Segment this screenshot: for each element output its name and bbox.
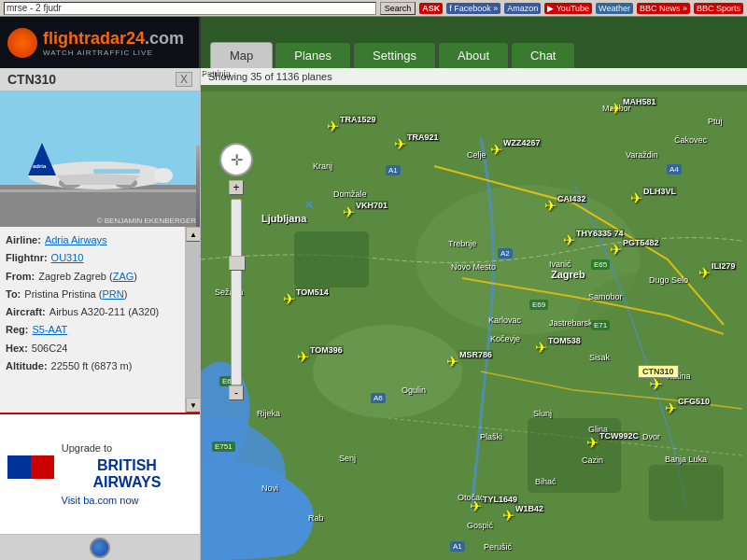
from-code[interactable]: ZAG [113, 271, 134, 282]
ad-area[interactable]: Upgrade to BRITISH AIRWAYS Visit ba.com … [0, 413, 200, 534]
to-label: To: [6, 286, 21, 303]
to-code[interactable]: PRN [102, 288, 123, 300]
plane-tyl1649[interactable]: ✈ [470, 497, 482, 515]
close-button[interactable]: X [176, 72, 192, 87]
plane-tra921[interactable]: ✈ [394, 135, 406, 153]
plane-tra1529[interactable]: ✈ [327, 118, 339, 135]
youtube-link[interactable]: ▶ YouTube [544, 3, 592, 14]
zoom-control: + - [231, 195, 242, 385]
logo-area: flightradar24.com WATCH AIRTRAFFIC LIVE [0, 17, 201, 68]
plane-tom538[interactable]: ✈ [535, 339, 547, 357]
amazon-link[interactable]: Amazon [504, 3, 541, 14]
plane-wzz4267[interactable]: ✈ [490, 141, 502, 159]
flight-header: CTN310 X [0, 68, 200, 91]
altitude-row: Altitude: 22550 ft (6873 m) [6, 357, 179, 375]
plane-tom396[interactable]: ✈ [297, 348, 309, 366]
city-label-samobor: Samobor [588, 292, 623, 301]
label-tra921: TRA921 [406, 133, 440, 142]
city-label-cazin: Cazin [582, 455, 603, 465]
ad-text2: BRITISH AIRWAYS [62, 457, 192, 490]
plane-vkh701[interactable]: ✈ [343, 203, 355, 221]
aircraft-label: Aircraft: [6, 303, 46, 321]
plane-ili279[interactable]: ✈ [698, 264, 711, 282]
plane-cfg510[interactable]: ✈ [665, 399, 677, 417]
ad-text1: Upgrade to [62, 442, 192, 454]
city-label-dugoselo: Dugo Selo [649, 275, 688, 285]
label-cai432: CAI432 [557, 194, 587, 203]
flight-title: CTN310 [7, 72, 56, 87]
label-msr786: MSR786 [458, 350, 493, 359]
plane-tom514[interactable]: ✈ [283, 290, 295, 308]
city-label-bihac: Bihać [535, 477, 557, 486]
city-label-varazdin: Varaždin [626, 150, 658, 160]
bbc-news-link[interactable]: BBC News » [637, 3, 690, 14]
city-label-celje: Celje [467, 150, 486, 160]
svg-text:adria: adria [33, 163, 47, 169]
plane-cai432[interactable]: ✈ [544, 197, 557, 215]
facebook-link[interactable]: f Facebook » [446, 3, 500, 14]
nav-tabs: Map Planes Settings About Chat [201, 17, 747, 68]
ctn310-label: CTN310 [638, 365, 679, 378]
map-controls: ✛ + - [219, 143, 253, 385]
nav-circle[interactable]: ✛ [219, 143, 253, 176]
search-button[interactable]: Search [380, 2, 416, 15]
plane-dlh3vl[interactable]: ✈ [630, 189, 642, 207]
bbc-sports-link[interactable]: BBC Sports [694, 3, 743, 14]
svg-rect-9 [93, 169, 140, 174]
label-ili279: ILI279 [711, 261, 737, 271]
zoom-out-button[interactable]: - [229, 385, 244, 400]
plane-pgt5482[interactable]: ✈ [610, 241, 622, 259]
left-scrollbar[interactable]: ▲ ▼ [185, 227, 200, 413]
tab-map[interactable]: Map [210, 42, 273, 68]
flightnr-label: Flightnr: [6, 249, 48, 267]
scroll-track [186, 242, 200, 398]
airline-value[interactable]: Adria Airways [45, 231, 107, 249]
city-label-karlovac: Karlovac [488, 315, 521, 325]
city-label-gospic: Gospić [467, 521, 493, 530]
zoom-bar[interactable] [231, 199, 242, 385]
label-tyl1649: TYL1649 [482, 495, 518, 504]
label-vkh701: VKH701 [355, 201, 388, 210]
zoom-handle[interactable] [229, 256, 246, 271]
plane-mah581[interactable]: ✈ [610, 100, 622, 118]
logo-text: flightradar24.com [43, 29, 184, 49]
ask-logo: ASK [419, 3, 443, 14]
reg-value[interactable]: S5-AAT [32, 321, 67, 339]
city-label-trebnje: Trebnje [448, 239, 476, 248]
svg-rect-2 [0, 189, 196, 192]
ctn310-label-box[interactable]: CTN310 [638, 365, 679, 378]
city-label-sisak: Sisak [589, 353, 610, 362]
globe-icon [90, 538, 110, 558]
flightnr-value[interactable]: OU310 [51, 249, 84, 267]
label-tra1529: TRA1529 [339, 115, 377, 124]
main-content: CTN310 X [0, 68, 747, 560]
plane-thy6335[interactable]: ✈ [563, 231, 575, 249]
label-tcw992c: TCW992C [599, 431, 640, 441]
left-panel: CTN310 X [0, 68, 201, 560]
weather-link[interactable]: Weather [596, 3, 633, 14]
plane-photo-svg: adria [0, 91, 196, 227]
hex-value: 506C24 [32, 340, 68, 357]
zoom-in-button[interactable]: + [229, 180, 244, 195]
waypoint-marker: ✕ [303, 197, 315, 212]
map-area[interactable]: Showing 35 of 1136 planes [201, 68, 747, 560]
ad-text3: Visit ba.com now [62, 495, 139, 506]
tab-planes[interactable]: Planes [275, 42, 351, 68]
tab-about[interactable]: About [438, 42, 509, 68]
city-label-ptuj: Ptuj [708, 117, 723, 126]
plane-tcw992c[interactable]: ✈ [586, 434, 599, 452]
search-box[interactable]: mrse - 2 fjudr [4, 2, 376, 15]
city-label-jastrebarsko: Jastrebarsko [549, 318, 598, 328]
road-label-a2: A2 [498, 248, 513, 259]
scroll-down-arrow[interactable]: ▼ [186, 398, 200, 413]
photo-credit: © BENJAMIN EKENBERGER [97, 217, 196, 225]
tab-settings[interactable]: Settings [353, 42, 436, 68]
plane-w1b42[interactable]: ✈ [502, 507, 514, 525]
plane-msr786[interactable]: ✈ [446, 353, 458, 371]
svg-marker-7 [56, 174, 140, 185]
airline-row: Airline: Adria Airways [6, 231, 179, 249]
tab-chat[interactable]: Chat [511, 42, 575, 68]
svg-point-8 [154, 168, 173, 183]
altitude-value: 22550 ft (6873 m) [51, 357, 133, 375]
scroll-up-arrow[interactable]: ▲ [186, 227, 200, 242]
